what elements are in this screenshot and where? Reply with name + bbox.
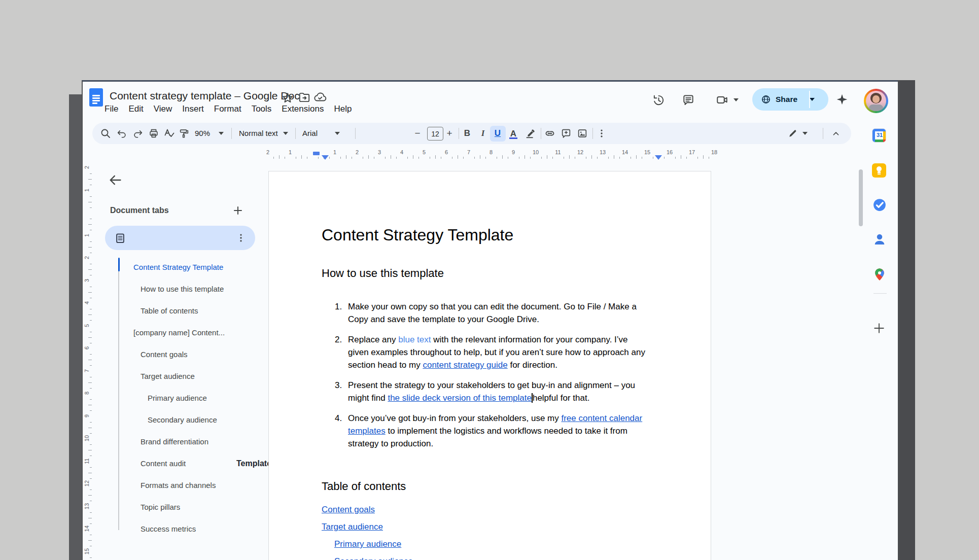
more-options-icon[interactable]: [595, 126, 609, 141]
paint-format-icon[interactable]: [177, 126, 191, 141]
menu-extensions[interactable]: Extensions: [276, 104, 329, 114]
print-icon[interactable]: [147, 126, 161, 141]
outline-item[interactable]: Success metrics: [118, 518, 265, 540]
editing-mode-pencil-icon[interactable]: [786, 126, 800, 141]
ruler-tick: [508, 157, 508, 159]
comments-icon[interactable]: [682, 93, 695, 107]
google-tasks-icon[interactable]: [872, 197, 887, 213]
tab-options-icon[interactable]: [235, 232, 247, 243]
google-maps-icon[interactable]: [872, 267, 887, 282]
outline-item[interactable]: Content audit: [118, 452, 265, 474]
menu-view[interactable]: View: [149, 104, 178, 114]
outline-item[interactable]: Secondary audience: [118, 409, 265, 431]
doc-link[interactable]: templates: [348, 426, 386, 436]
vertical-scrollbar-thumb[interactable]: [859, 169, 863, 226]
outline-item[interactable]: Brand differentiation: [118, 431, 265, 452]
redo-icon[interactable]: [131, 126, 145, 141]
outline-item[interactable]: How to use this template: [118, 278, 265, 300]
style-dropdown-icon[interactable]: [283, 132, 288, 135]
right-indent-marker[interactable]: [655, 155, 662, 160]
font-family-select[interactable]: Arial: [302, 129, 318, 137]
google-calendar-icon[interactable]: 31: [872, 128, 887, 144]
outline-item[interactable]: Content Strategy Template: [118, 256, 265, 278]
undo-icon[interactable]: [115, 126, 129, 141]
toc-link[interactable]: Target audience: [322, 522, 383, 532]
outline-item[interactable]: Content goals: [118, 343, 265, 365]
collapse-menus-icon[interactable]: [829, 126, 843, 141]
italic-button[interactable]: I: [476, 126, 490, 141]
doc-link[interactable]: content strategy guide: [423, 360, 507, 370]
ruler-number: 6: [443, 149, 449, 155]
underline-button[interactable]: U: [491, 126, 505, 141]
version-history-icon[interactable]: [652, 93, 665, 107]
decrease-font-size-button[interactable]: −: [410, 126, 425, 141]
share-button[interactable]: Share: [752, 88, 828, 111]
share-label: Share: [776, 95, 797, 104]
google-keep-icon[interactable]: [872, 163, 887, 179]
document-page[interactable]: Content Strategy Template How to use thi…: [268, 171, 711, 560]
insert-image-icon[interactable]: [575, 126, 589, 141]
zoom-dropdown-icon[interactable]: [219, 132, 224, 135]
hide-outline-back-arrow-icon[interactable]: [108, 173, 122, 187]
video-call-icon[interactable]: [716, 93, 729, 107]
highlight-color-icon[interactable]: [523, 126, 538, 141]
outline-item[interactable]: [company name] Content...: [118, 322, 265, 343]
ruler-tick: [497, 157, 497, 159]
ruler-tick: [88, 247, 92, 248]
horizontal-ruler[interactable]: 12123456789101112131415161718: [92, 148, 857, 161]
doc-text: strategy to production.: [348, 439, 433, 448]
menu-insert[interactable]: Insert: [177, 104, 209, 114]
tab-template[interactable]: Template: [105, 226, 255, 250]
outline-item[interactable]: Primary audience: [118, 387, 265, 409]
add-comment-icon[interactable]: [559, 126, 573, 141]
ruler-number: 10: [533, 149, 539, 155]
doc-text: section head to my: [348, 360, 423, 370]
toc-link[interactable]: Primary audience: [334, 539, 401, 549]
get-add-ons-plus-icon[interactable]: [872, 321, 887, 336]
ruler-number: 15: [84, 548, 90, 555]
doc-heading-2-howto: How to use this template: [322, 246, 675, 281]
share-dropdown-icon[interactable]: [810, 98, 815, 101]
ruler-tick: [631, 157, 631, 159]
first-line-indent-marker[interactable]: [313, 152, 320, 155]
menu-help[interactable]: Help: [329, 104, 357, 114]
add-tab-icon[interactable]: [232, 204, 244, 217]
google-contacts-icon[interactable]: [872, 232, 887, 247]
ruler-number: 16: [667, 149, 673, 155]
outline-item[interactable]: Formats and channels: [118, 474, 265, 496]
menu-edit[interactable]: Edit: [123, 104, 148, 114]
font-size-input[interactable]: 12: [427, 127, 443, 141]
paragraph-style-select[interactable]: Normal text: [239, 129, 278, 137]
outline-item[interactable]: Table of contents: [118, 300, 265, 322]
bold-button[interactable]: B: [460, 126, 474, 141]
gemini-sparkle-icon[interactable]: [835, 93, 849, 108]
doc-link[interactable]: free content calendar: [561, 413, 642, 423]
ruler-tick: [90, 377, 92, 377]
doc-link[interactable]: the slide deck version of this template: [388, 393, 531, 403]
outline-item[interactable]: Topic pillars: [118, 496, 265, 518]
left-indent-marker[interactable]: [322, 155, 329, 160]
menu-file[interactable]: File: [99, 104, 123, 114]
zoom-level[interactable]: 90%: [195, 129, 210, 137]
list-number: 3.: [335, 379, 342, 392]
ruler-tick: [329, 157, 330, 159]
spell-check-icon[interactable]: [162, 126, 176, 141]
increase-font-size-button[interactable]: +: [442, 126, 457, 141]
menu-tools[interactable]: Tools: [247, 104, 277, 114]
video-call-dropdown-icon[interactable]: [733, 98, 739, 101]
text-color-button[interactable]: A: [506, 126, 520, 141]
document-title[interactable]: Content strategy template – Google Doc: [110, 90, 300, 102]
account-avatar[interactable]: [864, 89, 888, 113]
outline-item[interactable]: Target audience: [118, 365, 265, 387]
font-dropdown-icon[interactable]: [335, 132, 340, 135]
toc-link[interactable]: Secondary audience: [334, 556, 413, 560]
ruler-tick: [279, 155, 279, 159]
insert-link-icon[interactable]: [543, 126, 557, 141]
search-icon[interactable]: [98, 126, 113, 141]
menu-format[interactable]: Format: [209, 104, 247, 114]
vertical-ruler[interactable]: 12123456789101112131415: [83, 162, 93, 560]
editing-mode-dropdown-icon[interactable]: [802, 132, 808, 135]
ruler-tick: [474, 157, 475, 159]
toc-link[interactable]: Content goals: [322, 505, 375, 514]
ruler-number: 8: [84, 390, 90, 397]
